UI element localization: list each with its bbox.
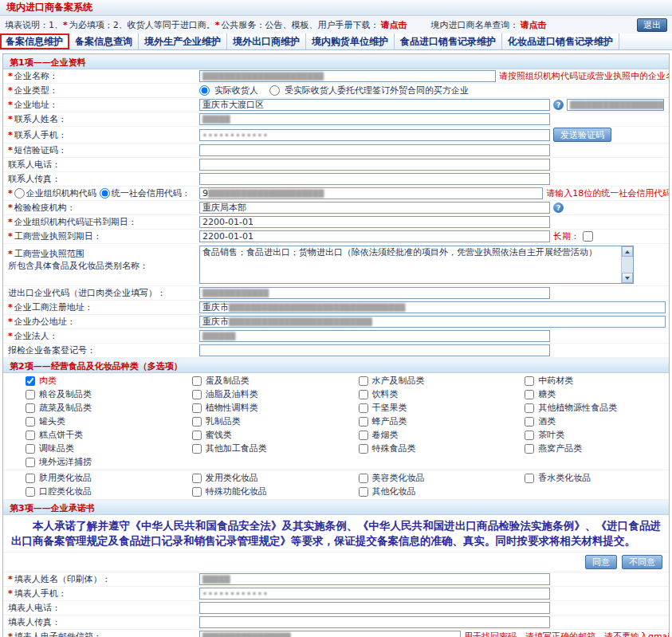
category-checkbox[interactable] xyxy=(525,390,534,399)
filing-reg-no-input[interactable] xyxy=(199,344,550,356)
org-code-expiry-input[interactable]: 2200-01-01 xyxy=(199,216,550,228)
actual-consignee-radio[interactable] xyxy=(199,85,210,96)
contact-mobile-input[interactable]: •••••••••••• xyxy=(199,129,550,141)
scroll-down-icon[interactable] xyxy=(622,273,633,283)
cosmetic-category-item[interactable]: 口腔类化妆品 xyxy=(3,485,170,498)
food-category-item[interactable]: 乳制品类 xyxy=(170,415,336,428)
help-icon[interactable]: ? xyxy=(553,203,564,213)
ciq-org-input[interactable]: 重庆局本部 xyxy=(199,202,550,214)
food-category-item[interactable]: 中药材类 xyxy=(502,374,669,387)
tab-item[interactable]: 食品进口销售记录维护 xyxy=(395,33,502,49)
tab-item[interactable]: 境外生产企业维护 xyxy=(139,33,227,49)
category-checkbox[interactable] xyxy=(525,376,534,386)
tab-item[interactable]: 备案信息维护 xyxy=(0,33,69,49)
category-checkbox[interactable] xyxy=(192,390,202,399)
company-address-region-input[interactable]: 重庆市大渡口区 xyxy=(199,99,550,111)
disagree-button[interactable]: 不同意 xyxy=(622,555,662,569)
food-category-item[interactable]: 蜂产品类 xyxy=(336,415,503,428)
reg-address-input[interactable]: 重庆市████████████████████████████████ xyxy=(199,301,666,313)
food-category-item[interactable]: 糖类 xyxy=(502,387,669,401)
food-category-item[interactable]: 植物性调料类 xyxy=(170,401,336,415)
category-checkbox[interactable] xyxy=(192,376,202,386)
public-service-click-link[interactable]: 请点击 xyxy=(381,19,407,31)
contact-phone-input[interactable] xyxy=(199,159,550,171)
filler-mobile-input[interactable]: •••••••••••• xyxy=(199,588,550,600)
food-category-item[interactable]: 茶叶类 xyxy=(502,428,669,442)
cosmetic-category-item[interactable]: 美容类化妆品 xyxy=(336,471,503,485)
food-category-item[interactable]: 酒类 xyxy=(502,415,669,428)
tab-item[interactable]: 化妆品进口销售记录维护 xyxy=(502,33,619,49)
category-checkbox[interactable] xyxy=(192,474,202,483)
entrusted-buyer-radio[interactable] xyxy=(269,85,280,96)
food-category-item[interactable]: 其他加工食品类 xyxy=(170,442,336,455)
org-code-radio[interactable] xyxy=(14,188,25,199)
category-checkbox[interactable] xyxy=(26,376,35,386)
food-category-item[interactable]: 饮料类 xyxy=(336,387,503,401)
category-checkbox[interactable] xyxy=(525,403,534,413)
category-checkbox[interactable] xyxy=(192,444,202,454)
food-category-item[interactable]: 糕点饼干类 xyxy=(3,428,170,442)
category-checkbox[interactable] xyxy=(525,474,534,483)
food-category-item[interactable]: 水产及制品类 xyxy=(336,374,503,387)
agree-button[interactable]: 同意 xyxy=(585,555,617,569)
category-checkbox[interactable] xyxy=(359,390,368,399)
category-checkbox[interactable] xyxy=(525,417,534,427)
category-checkbox[interactable] xyxy=(359,403,368,413)
help-icon[interactable]: ? xyxy=(553,100,564,110)
food-category-item[interactable]: 罐头类 xyxy=(3,415,170,428)
name-query-click-link[interactable]: 请点击 xyxy=(521,19,547,31)
food-category-item[interactable]: 粮谷及制品类 xyxy=(3,387,170,401)
tab-item[interactable]: 备案信息查询 xyxy=(69,33,139,49)
credit-code-input[interactable]: 9█████████████████████ xyxy=(199,187,543,199)
send-sms-code-button[interactable]: 发送验证码 xyxy=(553,128,611,142)
category-checkbox[interactable] xyxy=(359,474,368,483)
cosmetic-category-item[interactable]: 香水类化妆品 xyxy=(502,471,669,485)
category-checkbox[interactable] xyxy=(525,431,534,440)
category-checkbox[interactable] xyxy=(192,487,202,497)
category-checkbox[interactable] xyxy=(359,487,368,497)
food-category-item[interactable]: 其他植物源性食品类 xyxy=(502,401,669,415)
category-checkbox[interactable] xyxy=(359,417,368,427)
credit-code-radio[interactable] xyxy=(100,188,110,199)
sms-code-input[interactable] xyxy=(199,144,550,156)
filler-email-input[interactable]: ████████████████ xyxy=(199,631,461,637)
food-category-item[interactable]: 境外远洋捕捞 xyxy=(3,455,170,469)
food-category-item[interactable]: 燕窝产品类 xyxy=(502,442,669,455)
food-category-item[interactable]: 肉类 xyxy=(3,374,170,387)
category-checkbox[interactable] xyxy=(26,444,35,454)
category-checkbox[interactable] xyxy=(26,417,35,427)
filler-fax-input[interactable] xyxy=(199,616,550,628)
office-address-input[interactable]: 重庆市██████████████████████████ xyxy=(199,316,666,328)
tab-item[interactable]: 境外出口商维护 xyxy=(227,33,306,49)
filler-name-input[interactable]: █████ xyxy=(199,573,550,585)
cosmetic-category-item[interactable]: 发用类化妆品 xyxy=(170,471,336,485)
legal-person-input[interactable]: ██████ xyxy=(199,330,550,342)
category-checkbox[interactable] xyxy=(192,403,202,413)
category-checkbox[interactable] xyxy=(359,376,368,386)
food-category-item[interactable]: 特殊食品类 xyxy=(336,442,503,455)
long-term-checkbox[interactable] xyxy=(583,231,593,242)
license-expiry-input[interactable]: 2200-01-01 xyxy=(199,230,550,242)
food-category-item[interactable]: 蔬菜及制品类 xyxy=(3,401,170,415)
category-checkbox[interactable] xyxy=(359,444,368,454)
contact-name-input[interactable]: █████ xyxy=(199,113,550,125)
food-category-item[interactable]: 干坚果类 xyxy=(336,401,503,415)
filler-phone-input[interactable] xyxy=(199,602,550,614)
scrollbar[interactable] xyxy=(621,246,633,283)
category-checkbox[interactable] xyxy=(26,458,35,467)
category-checkbox[interactable] xyxy=(26,431,35,440)
company-name-input[interactable]: ██████████████████████ xyxy=(199,70,496,82)
license-scope-textarea[interactable]: 食品销售；食品进出口；货物进出口（除依法须经批准的项目外，凭营业执照依法自主开展… xyxy=(199,246,634,284)
ie-code-input[interactable]: ████████████ xyxy=(199,287,550,299)
cosmetic-category-item[interactable]: 其他化妆品 xyxy=(336,485,503,498)
logout-button[interactable]: 退出 xyxy=(637,18,667,32)
category-checkbox[interactable] xyxy=(26,403,35,413)
food-category-item[interactable]: 卷烟类 xyxy=(336,428,503,442)
company-address-detail-input[interactable]: ██████████████████████████████████ xyxy=(567,99,664,111)
food-category-item[interactable]: 调味品类 xyxy=(3,442,170,455)
contact-fax-input[interactable] xyxy=(199,173,550,185)
tab-item[interactable]: 境内购货单位维护 xyxy=(306,33,395,49)
scroll-up-icon[interactable] xyxy=(622,246,633,257)
category-checkbox[interactable] xyxy=(192,431,202,440)
food-category-item[interactable]: 蜜饯类 xyxy=(170,428,336,442)
